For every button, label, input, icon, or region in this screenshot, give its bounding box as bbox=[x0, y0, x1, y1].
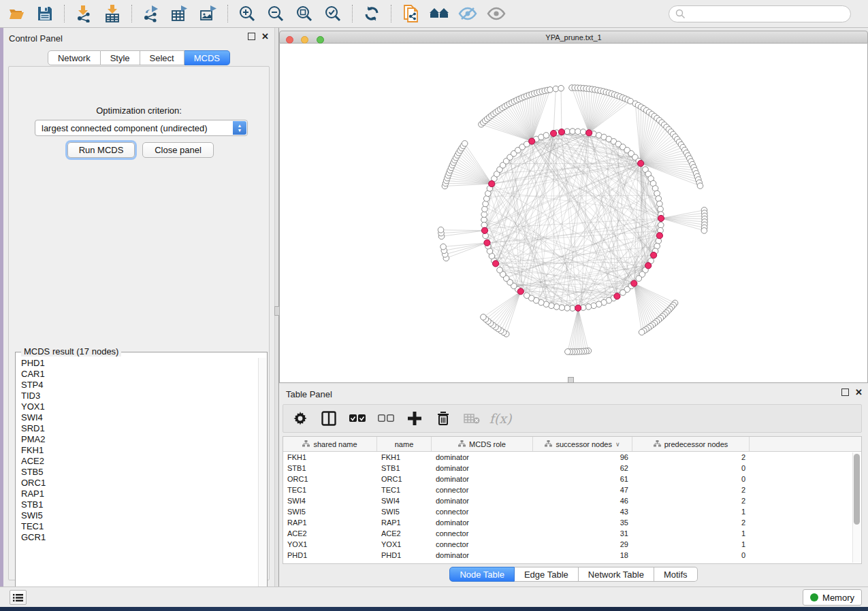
control-panel-tabs: NetworkStyleSelectMCDS bbox=[3, 50, 274, 65]
cell: YOX1 bbox=[283, 540, 377, 548]
table-row[interactable]: YOX1YOX1connector291 bbox=[283, 539, 861, 550]
vertical-splitter[interactable] bbox=[274, 28, 279, 587]
tab-edge-table[interactable]: Edge Table bbox=[515, 567, 579, 582]
export-image-icon[interactable] bbox=[199, 4, 218, 23]
cell: ACE2 bbox=[377, 529, 432, 538]
delete-column-icon[interactable] bbox=[434, 410, 452, 427]
table-row[interactable]: FKH1FKH1dominator962 bbox=[283, 452, 861, 463]
first-neighbors-icon[interactable] bbox=[430, 4, 449, 23]
mcds-result-item[interactable]: PHD1 bbox=[21, 358, 258, 369]
cell: dominator bbox=[432, 497, 533, 505]
float-panel-icon[interactable] bbox=[841, 389, 849, 396]
mcds-result-item[interactable]: SWI4 bbox=[21, 412, 258, 423]
mcds-result-item[interactable]: STB5 bbox=[21, 467, 258, 478]
mcds-result-list[interactable]: PHD1CAR1STP4TID3YOX1SWI4SRD1PMA2FKH1ACE2… bbox=[16, 358, 258, 604]
table-scrollbar[interactable] bbox=[852, 452, 861, 563]
cell: SWI4 bbox=[377, 497, 432, 505]
mcds-result-item[interactable]: GCR1 bbox=[21, 532, 258, 543]
import-network-icon[interactable] bbox=[74, 4, 93, 23]
table-row[interactable]: TEC1TEC1connector472 bbox=[283, 484, 861, 495]
refresh-icon[interactable] bbox=[362, 4, 381, 23]
table-row[interactable]: SWI4SWI4dominator462 bbox=[283, 495, 861, 506]
mcds-result-item[interactable]: ACE2 bbox=[21, 456, 258, 467]
column-header-name[interactable]: name bbox=[377, 437, 432, 451]
tab-node-table[interactable]: Node Table bbox=[449, 567, 515, 582]
import-table-icon[interactable] bbox=[103, 4, 122, 23]
optimization-criterion-select[interactable]: largest connected component (undirected)… bbox=[35, 120, 248, 136]
table-row[interactable]: RAP1RAP1dominator352 bbox=[283, 517, 861, 528]
mcds-result-title: MCDS result (17 nodes) bbox=[21, 346, 121, 357]
hide-columns-icon[interactable] bbox=[377, 410, 395, 427]
mcds-result-item[interactable]: CAR1 bbox=[21, 369, 258, 380]
zoom-selected-icon[interactable] bbox=[323, 4, 342, 23]
column-header-shared-name[interactable]: shared name bbox=[283, 437, 377, 451]
duplicate-network-icon[interactable] bbox=[401, 4, 420, 23]
close-panel-icon[interactable]: ✕ bbox=[261, 33, 269, 40]
zoom-in-icon[interactable] bbox=[238, 4, 257, 23]
close-panel-button[interactable]: Close panel bbox=[142, 142, 214, 158]
mcds-result-item[interactable]: RAP1 bbox=[21, 489, 258, 499]
cell: RAP1 bbox=[283, 518, 377, 527]
mcds-result-item[interactable]: TEC1 bbox=[21, 521, 258, 532]
search-input[interactable] bbox=[669, 5, 851, 22]
show-columns-icon[interactable] bbox=[349, 410, 366, 427]
table-row[interactable]: ORC1ORC1dominator610 bbox=[283, 474, 861, 484]
tab-select[interactable]: Select bbox=[140, 50, 184, 65]
table-settings-gear-icon[interactable] bbox=[291, 410, 309, 427]
column-view-icon[interactable] bbox=[320, 410, 338, 427]
cell: dominator bbox=[432, 551, 533, 559]
table-row[interactable]: SWI5SWI5connector431 bbox=[283, 506, 861, 517]
toolbar-separator bbox=[391, 5, 391, 22]
cell: 1 bbox=[632, 529, 750, 538]
optimization-criterion-label: Optimization criterion: bbox=[9, 105, 269, 116]
tab-mcds[interactable]: MCDS bbox=[184, 50, 230, 65]
table-row[interactable]: PHD1PHD1dominator180 bbox=[283, 550, 861, 561]
export-table-icon[interactable] bbox=[170, 4, 189, 23]
mcds-result-item[interactable]: ORC1 bbox=[21, 478, 258, 489]
tab-style[interactable]: Style bbox=[101, 50, 140, 65]
cell: 1 bbox=[632, 508, 750, 516]
horizontal-splitter-handle[interactable] bbox=[568, 377, 574, 383]
cell: STB1 bbox=[283, 464, 377, 472]
mcds-list-scrollbar[interactable] bbox=[258, 358, 266, 604]
column-header-MCDS-role[interactable]: MCDS role bbox=[432, 437, 533, 451]
close-panel-icon[interactable]: ✕ bbox=[855, 389, 863, 396]
save-icon[interactable] bbox=[35, 4, 54, 23]
cell: STB1 bbox=[377, 464, 432, 472]
column-header-predecessor-nodes[interactable]: predecessor nodes bbox=[632, 437, 750, 451]
open-file-icon[interactable] bbox=[7, 4, 26, 23]
mcds-result-item[interactable]: PMA2 bbox=[21, 434, 258, 445]
mcds-result-item[interactable]: STB1 bbox=[21, 499, 258, 510]
tab-network[interactable]: Network bbox=[48, 50, 101, 65]
sort-chevron-icon: ∨ bbox=[615, 441, 620, 448]
scrollbar-thumb[interactable] bbox=[854, 454, 860, 525]
node-table[interactable]: shared namenameMCDS rolesuccessor nodes∨… bbox=[283, 436, 862, 564]
cell: 31 bbox=[533, 529, 632, 538]
cell: ACE2 bbox=[283, 529, 377, 538]
run-mcds-button[interactable]: Run MCDS bbox=[67, 142, 135, 158]
mcds-result-item[interactable]: TID3 bbox=[21, 391, 258, 401]
column-type-icon bbox=[302, 440, 310, 448]
mcds-result-item[interactable]: SWI5 bbox=[21, 510, 258, 521]
tab-network-table[interactable]: Network Table bbox=[579, 567, 654, 582]
mcds-result-item[interactable]: YOX1 bbox=[21, 401, 258, 412]
add-column-icon[interactable] bbox=[406, 410, 423, 427]
table-row[interactable]: ACE2ACE2connector311 bbox=[283, 528, 861, 539]
mcds-result-item[interactable]: STP4 bbox=[21, 380, 258, 391]
float-panel-icon[interactable] bbox=[248, 33, 255, 40]
hide-selected-icon[interactable] bbox=[458, 4, 477, 23]
table-row[interactable]: STB1STB1dominator620 bbox=[283, 463, 861, 474]
network-window-titlebar[interactable]: YPA_prune.txt_1 bbox=[279, 31, 868, 44]
memory-button[interactable]: Memory bbox=[803, 589, 862, 606]
cell: RAP1 bbox=[377, 518, 432, 527]
export-network-icon[interactable] bbox=[142, 4, 161, 23]
zoom-out-icon[interactable] bbox=[266, 4, 285, 23]
mcds-result-item[interactable]: FKH1 bbox=[21, 445, 258, 456]
mcds-result-item[interactable]: SRD1 bbox=[21, 423, 258, 434]
network-canvas[interactable] bbox=[279, 44, 868, 383]
task-history-button[interactable] bbox=[10, 590, 27, 605]
show-all-icon[interactable] bbox=[487, 4, 506, 23]
tab-motifs[interactable]: Motifs bbox=[654, 567, 698, 582]
column-header-successor-nodes[interactable]: successor nodes∨ bbox=[533, 437, 632, 451]
zoom-fit-icon[interactable] bbox=[295, 4, 314, 23]
